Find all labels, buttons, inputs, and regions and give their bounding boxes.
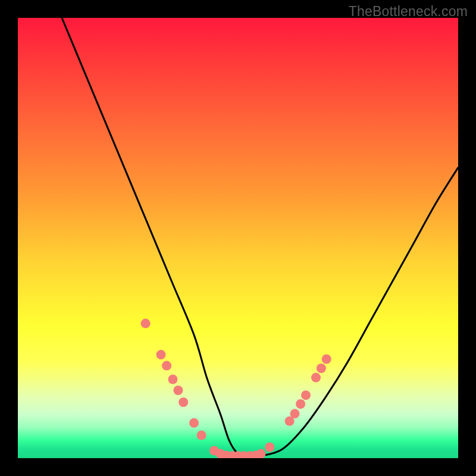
data-marker bbox=[301, 390, 311, 400]
data-marker bbox=[290, 409, 300, 418]
data-marker bbox=[162, 361, 171, 371]
data-marker bbox=[197, 431, 206, 440]
data-markers bbox=[141, 319, 331, 458]
data-marker bbox=[296, 399, 305, 409]
data-marker bbox=[168, 375, 178, 384]
watermark-text: TheBottleneck.com bbox=[349, 4, 468, 20]
chart-frame: TheBottleneck.com bbox=[0, 0, 476, 476]
data-marker bbox=[178, 397, 188, 407]
data-marker bbox=[156, 350, 166, 359]
data-marker bbox=[265, 443, 274, 452]
bottleneck-curve bbox=[62, 18, 458, 456]
data-marker bbox=[311, 373, 321, 383]
data-marker bbox=[256, 449, 266, 458]
chart-svg bbox=[18, 18, 458, 458]
data-marker bbox=[189, 418, 199, 428]
plot-area bbox=[18, 18, 458, 458]
data-marker bbox=[173, 386, 183, 395]
data-marker bbox=[141, 319, 151, 328]
data-marker bbox=[317, 364, 326, 373]
data-marker bbox=[322, 355, 331, 364]
